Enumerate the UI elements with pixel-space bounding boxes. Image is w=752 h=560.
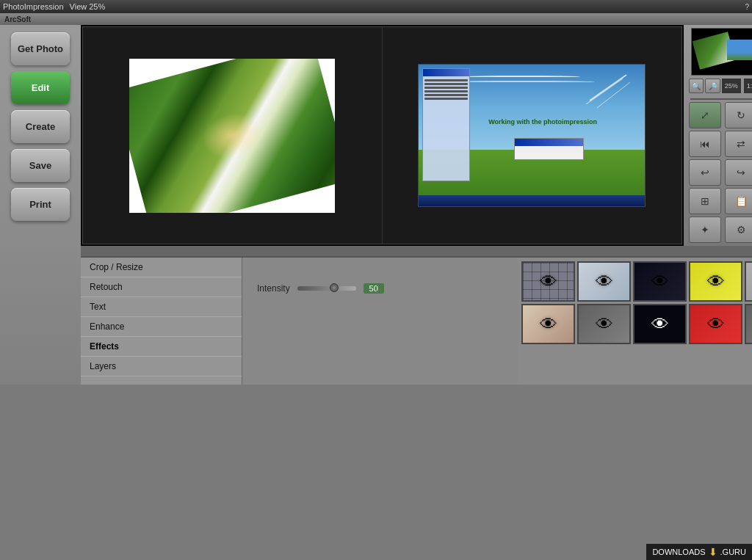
window-line [424, 90, 468, 92]
arcsoft-bar: ArcSoft [0, 13, 752, 25]
window-line [424, 83, 468, 85]
help-button[interactable]: ? [745, 3, 749, 11]
effects-area: 👁 👁 👁 👁 👁 [518, 258, 752, 385]
get-photo-button[interactable]: Get Photo [11, 32, 70, 65]
dialog-box [514, 138, 584, 160]
watermark-text: DOWNLOADS [652, 548, 705, 556]
screen-preview: Working with the photoimpression [418, 64, 646, 207]
tool-grid: ⤢ ↻ ⏮ ⇄ ↩ ↪ ⊞ 📋 ✦ ⚙ [689, 102, 752, 243]
window-title-bar [423, 69, 469, 76]
dialog-title-bar [515, 139, 583, 146]
menu-item-enhance[interactable]: Enhance [81, 317, 242, 337]
menu-item-text[interactable]: Text [81, 297, 242, 317]
title-bar: PhotoImpression View 25% ? [0, 0, 752, 13]
canvas-area: Working with the photoimpression [81, 25, 752, 246]
effects-row-1: 👁 👁 👁 👁 👁 [521, 261, 752, 302]
effect-gray-thumb[interactable]: 👁 [745, 261, 752, 302]
window-line [424, 94, 468, 96]
star-button[interactable]: ✦ [689, 217, 721, 243]
horizontal-scrollbar[interactable] [81, 246, 752, 256]
skip-start-button[interactable]: ⏮ [689, 131, 721, 157]
fit-button[interactable]: ⤢ [689, 102, 721, 128]
zoom-percent: 25% [722, 79, 741, 93]
settings-button[interactable]: ⚙ [725, 217, 752, 243]
zoom-controls: 🔍 🔎 25% 1:1 [689, 79, 752, 93]
effect-lash-thumb[interactable]: 👁 [521, 304, 575, 344]
effects-columns: 👁 👁 👁 👁 👁 [521, 261, 752, 344]
app-title: PhotoImpression [3, 2, 64, 11]
undo-button[interactable]: ↩ [689, 159, 721, 186]
menu-item-retouch[interactable]: Retouch [81, 277, 242, 297]
bottom-left-menu: Crop / Resize Retouch Text Enhance Effec… [81, 258, 242, 385]
effects-row-2: 👁 👁 👁 👁 👁 [521, 304, 752, 344]
pencil-marks [582, 71, 634, 118]
edit-button[interactable]: Edit [11, 71, 70, 104]
zoom-out-button[interactable]: 🔍 [689, 79, 704, 93]
window-line [424, 87, 468, 89]
watermark-suffix: .GURU [720, 548, 746, 556]
view-label: View 25% [70, 2, 106, 11]
window-line [424, 79, 468, 81]
intensity-value: 50 [364, 283, 384, 294]
save-button[interactable]: Save [11, 149, 70, 182]
intensity-slider[interactable] [297, 286, 356, 291]
effect-normal-thumb[interactable]: 👁 [577, 261, 631, 302]
left-image-panel [83, 27, 383, 244]
cloud-line-2 [448, 81, 595, 83]
center-panel: Working with the photoimpression [81, 25, 752, 385]
create-button[interactable]: Create [11, 110, 70, 143]
forest-image-container [129, 59, 335, 213]
print-button[interactable]: Print [11, 188, 70, 221]
flip-button[interactable]: ⇄ [725, 131, 752, 157]
watermark-icon: ⬇ [709, 546, 717, 558]
menu-item-crop[interactable]: Crop / Resize [81, 258, 242, 277]
intensity-control: Intensity 50 [257, 283, 503, 294]
watermark: DOWNLOADS ⬇ .GURU [646, 544, 752, 560]
effects-section: 👁 👁 👁 👁 👁 [518, 258, 752, 385]
zoom-in-button[interactable]: 🔎 [705, 79, 720, 93]
right-image-panel: Working with the photoimpression [383, 27, 682, 244]
effect-grid-thumb[interactable]: 👁 [521, 261, 575, 302]
effect-bw-thumb[interactable]: 👁 [577, 304, 631, 344]
intensity-label: Intensity [257, 283, 290, 294]
forest-photo [129, 59, 335, 213]
right-toolbar: 🔍 🔎 25% 1:1 ⤢ ↻ ⏮ ⇄ ↩ ↪ ⊞ 📋 ✦ [684, 25, 752, 246]
copy-button[interactable]: ⊞ [689, 188, 721, 214]
left-sidebar: Get Photo Edit Create Save Print [0, 25, 81, 385]
separator [690, 98, 752, 100]
zoom-ratio: 1:1 [744, 79, 752, 93]
thumbnail-preview [691, 28, 752, 76]
bottom-controls: Intensity 50 [242, 258, 518, 385]
menu-item-layers[interactable]: Layers [81, 357, 242, 377]
working-text: Working with the photoimpression [488, 118, 597, 126]
effect-outline-thumb[interactable]: 👁 [633, 304, 687, 344]
taskbar [419, 195, 645, 206]
effect-gray2-thumb[interactable]: 👁 [745, 304, 752, 344]
window-panel [422, 68, 470, 181]
effect-dark-thumb[interactable]: 👁 [633, 261, 687, 302]
intensity-thumb[interactable] [330, 283, 339, 292]
main-area: Get Photo Edit Create Save Print [0, 25, 752, 385]
cloud-line-1 [463, 76, 580, 78]
refresh-button[interactable]: ↻ [725, 102, 752, 128]
window-line [424, 98, 468, 100]
arcsoft-label: ArcSoft [4, 15, 31, 23]
paste-button[interactable]: 📋 [725, 188, 752, 214]
window-body [423, 76, 469, 103]
redo-button[interactable]: ↪ [725, 159, 752, 186]
menu-item-effects[interactable]: Effects [81, 337, 242, 357]
effect-red-thumb[interactable]: 👁 [689, 304, 742, 344]
canvas-inner: Working with the photoimpression [82, 26, 682, 244]
effect-yellow-thumb[interactable]: 👁 [689, 261, 742, 302]
bottom-panel: Crop / Resize Retouch Text Enhance Effec… [81, 256, 752, 385]
thumb-screen [727, 40, 752, 60]
